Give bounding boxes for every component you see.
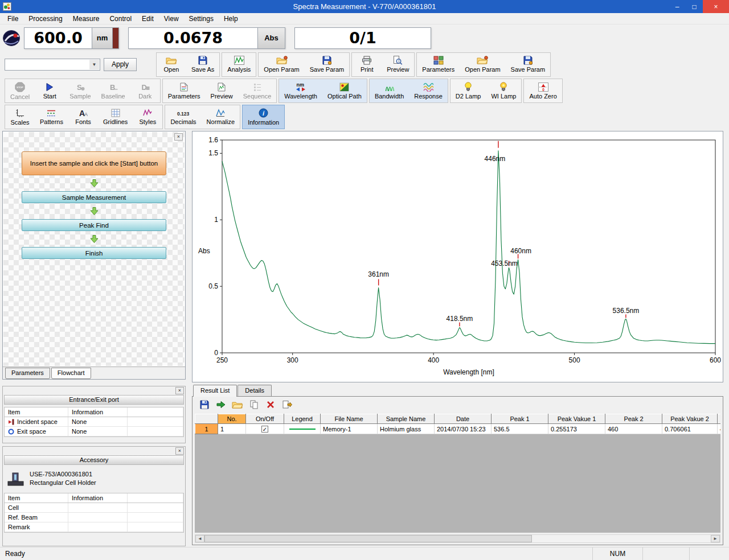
menu-edit[interactable]: Edit: [137, 14, 159, 24]
menu-measure[interactable]: Measure: [68, 14, 105, 24]
save-as-button[interactable]: Save As: [186, 53, 219, 76]
styles-button[interactable]: Styles: [133, 105, 162, 129]
column-header-peak-vakue-2[interactable]: Peak Vakue 2: [662, 414, 718, 424]
preview-label: Preview: [387, 66, 409, 73]
menu-view[interactable]: View: [159, 14, 184, 24]
toolbar-group: ParametersPreviewSequence: [162, 79, 277, 103]
svg-text:536.5nm: 536.5nm: [613, 307, 640, 315]
row-header-cell[interactable]: 1: [195, 424, 218, 434]
column-header-blank[interactable]: [718, 414, 721, 424]
scrollbar-thumb[interactable]: [204, 535, 532, 542]
menu-processing[interactable]: Processing: [23, 14, 67, 24]
print-button[interactable]: Print: [352, 53, 382, 76]
parameters-button[interactable]: Parameters: [417, 53, 460, 76]
maximize-button[interactable]: □: [686, 0, 703, 13]
memory-combo[interactable]: ▼: [5, 59, 100, 71]
photometric-unit-button[interactable]: Abs: [257, 28, 285, 48]
d2-lamp-button[interactable]: D2 Lamp: [450, 79, 486, 102]
photometric-display: 0.0678 Abs: [128, 27, 285, 49]
column-header-item: Item: [5, 493, 68, 503]
accessory-close-button[interactable]: ×: [175, 447, 184, 455]
wavelength-move-button[interactable]: [112, 28, 118, 48]
close-button[interactable]: ×: [703, 0, 729, 13]
auto-zero-label: Auto Zero: [529, 93, 556, 100]
flow-step-peak-find[interactable]: Peak Find: [22, 219, 166, 231]
tab-flowchart[interactable]: Flowchart: [51, 368, 91, 379]
start-button[interactable]: Start: [35, 79, 64, 102]
dark-button: DDark: [130, 79, 160, 102]
copy-button[interactable]: [248, 399, 260, 410]
fonts-button[interactable]: AAFonts: [68, 105, 98, 129]
tab-details[interactable]: Details: [237, 385, 272, 396]
item-cell: Incident space: [5, 417, 68, 426]
result-body: No.On/OffLegendFile NameSample NameDateP…: [192, 396, 723, 545]
cancel-label: Cancel: [10, 93, 30, 100]
column-header-file-name[interactable]: File Name: [321, 414, 378, 424]
minimize-button[interactable]: –: [669, 0, 686, 13]
column-header-on-off[interactable]: On/Off: [246, 414, 284, 424]
no-cell: 1: [218, 424, 246, 434]
save-button[interactable]: [198, 399, 211, 410]
save-param-button[interactable]: Save Param: [506, 53, 551, 76]
analysis-button[interactable]: Analysis: [222, 53, 256, 76]
menu-control[interactable]: Control: [104, 14, 137, 24]
arrow-right-button[interactable]: [215, 399, 227, 410]
menu-settings[interactable]: Settings: [184, 14, 219, 24]
menu-help[interactable]: Help: [219, 14, 243, 24]
export-button[interactable]: [281, 399, 293, 410]
bandwidth-button[interactable]: Bandwidth: [370, 79, 409, 102]
normalize-button[interactable]: Normalize: [202, 105, 240, 129]
flow-step-finish[interactable]: Finish: [22, 247, 166, 259]
response-button[interactable]: Response: [409, 79, 448, 102]
column-header-blank[interactable]: [195, 414, 218, 424]
flow-step-sample-measurement[interactable]: Sample Measurement: [22, 191, 166, 203]
decimals-button[interactable]: 0.123Decimals: [165, 105, 201, 129]
scroll-right-button[interactable]: ►: [711, 535, 720, 542]
toolbar-group: 0Auto Zero: [523, 79, 562, 103]
column-header-peak-vakue-1[interactable]: Peak Vakue 1: [548, 414, 605, 424]
save-param-button[interactable]: Save Param: [305, 53, 350, 76]
sequence-label: Sequence: [243, 93, 272, 100]
open-param-button[interactable]: Open Param: [460, 53, 505, 76]
column-header-legend[interactable]: Legend: [284, 414, 321, 424]
tab-parameters[interactable]: Parameters: [5, 368, 50, 379]
scales-label: Scales: [10, 119, 29, 126]
wavelength-button[interactable]: nmWavelength: [279, 79, 322, 102]
parameters-button[interactable]: Parameters: [163, 79, 206, 102]
combo-dropdown-icon[interactable]: ▼: [89, 60, 99, 69]
column-header-peak-1[interactable]: Peak 1: [492, 414, 548, 424]
flowchart-close-button[interactable]: ×: [174, 133, 183, 141]
gridlines-button[interactable]: Gridlines: [98, 105, 133, 129]
tab-result-list[interactable]: Result List: [193, 385, 237, 397]
accessory-panel: × Accessory USE-753/A000361801 Rectangul…: [2, 446, 186, 546]
scrollbar-track[interactable]: [204, 535, 711, 542]
column-header-date[interactable]: Date: [435, 414, 492, 424]
open-param-button[interactable]: Open Param: [259, 53, 304, 76]
save-param-icon: [523, 56, 533, 65]
scales-button[interactable]: Scales: [5, 105, 35, 129]
flowchart-panel: × Insert the sample and click the [Start…: [2, 131, 186, 380]
delete-button[interactable]: [264, 399, 277, 410]
column-header-sample-name[interactable]: Sample Name: [378, 414, 435, 424]
column-header-peak-2[interactable]: Peak 2: [605, 414, 662, 424]
baseline-button: BBaseline: [96, 79, 130, 102]
table-row: Remark: [5, 522, 183, 532]
on-off-checkbox[interactable]: ✓: [261, 426, 268, 433]
wi-lamp-button[interactable]: WI Lamp: [486, 79, 521, 102]
patterns-button[interactable]: Patterns: [35, 105, 68, 129]
open-button[interactable]: Open: [157, 53, 186, 76]
svg-text:Abs: Abs: [198, 247, 210, 255]
information-button[interactable]: iInformation: [243, 105, 284, 129]
scroll-left-button[interactable]: ◄: [195, 535, 204, 542]
column-header-no[interactable]: No.: [218, 414, 246, 424]
menu-file[interactable]: File: [2, 14, 23, 24]
optical-path-button[interactable]: Optical Path: [322, 79, 367, 102]
auto-zero-button[interactable]: 0Auto Zero: [524, 79, 562, 102]
preview-button[interactable]: Preview: [382, 53, 414, 76]
apply-button[interactable]: Apply: [104, 58, 137, 71]
entrance-exit-close-button[interactable]: ×: [175, 387, 184, 394]
preview-button[interactable]: Preview: [206, 79, 238, 102]
folder-open-button[interactable]: [231, 399, 244, 410]
flow-step-insert-the-sample-and-cl[interactable]: Insert the sample and click the [Start] …: [22, 151, 166, 175]
item-cell: Exit space: [5, 427, 68, 436]
